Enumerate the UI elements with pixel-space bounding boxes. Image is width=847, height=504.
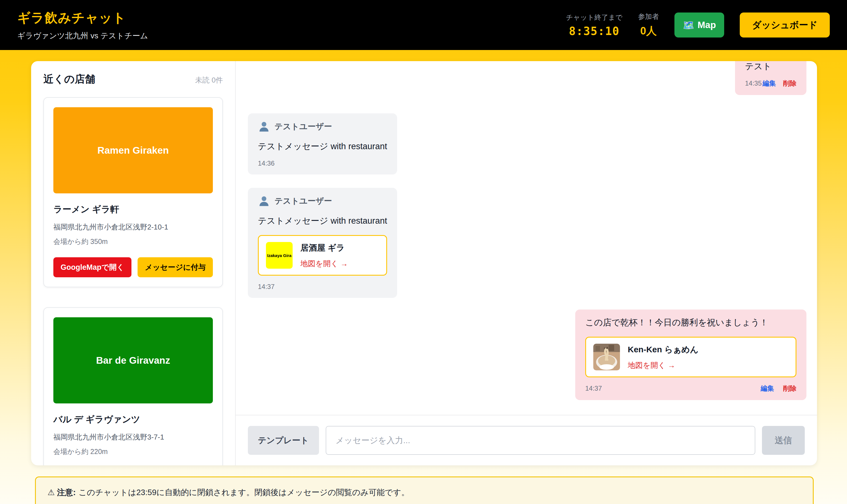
- message-user-row: テストユーザー: [258, 121, 387, 133]
- own-message: この店で乾杯！！今日の勝利を祝いましょう！: [575, 309, 807, 400]
- sidebar-title: 近くの店舗: [43, 72, 95, 86]
- store-card-bar-de-giravanz: Bar de Giravanz バル デ ギラヴァンツ 福岡県北九州市小倉北区浅…: [43, 307, 223, 465]
- header-right: チャット終了まで 8:35:10 参加者 0人 🗺️ Map ダッシュボード: [566, 12, 830, 38]
- store-image: Ramen Giraken: [53, 107, 213, 193]
- message-text: テスト: [745, 61, 796, 72]
- nearby-stores-sidebar: 近くの店舗 未読 0件 Ramen Giraken ラーメン ギラ軒 福岡県北九…: [31, 61, 236, 465]
- message-list[interactable]: テスト 14:35 編集 削除 テストユーザー テストメッセージ with re…: [236, 61, 817, 415]
- attach-to-message-button[interactable]: メッセージに付与: [138, 257, 213, 277]
- closing-notice-banner: ⚠ 注意: このチャットは23:59に自動的に閉鎖されます。閉鎖後はメッセージの…: [35, 476, 814, 504]
- message-time: 14:37: [585, 384, 602, 392]
- match-subtitle: ギラヴァンツ北九州 vs テストチーム: [17, 31, 148, 41]
- message-meta: 14:37 編集 削除: [585, 384, 796, 393]
- message-actions: 編集 削除: [760, 384, 796, 393]
- open-map-link[interactable]: 地図を開く →: [628, 360, 699, 371]
- message-username: テストユーザー: [274, 121, 332, 132]
- app-header: ギラ飲みチャット ギラヴァンツ北九州 vs テストチーム チャット終了まで 8:…: [0, 0, 847, 50]
- chat-timer-value: 8:35:10: [566, 25, 623, 37]
- chat-timer: チャット終了まで 8:35:10: [566, 13, 623, 37]
- app-title: ギラ飲みチャット: [17, 9, 148, 27]
- store-buttons: GoogleMapで開く メッセージに付与: [53, 257, 213, 277]
- map-icon: 🗺️: [683, 20, 694, 31]
- user-message: テストユーザー テストメッセージ with restaurant Izakaya…: [248, 188, 397, 298]
- participants-label: 参加者: [638, 12, 659, 21]
- own-message: テスト 14:35 編集 削除: [735, 61, 807, 95]
- message-time: 14:35: [745, 79, 762, 87]
- message-time: 14:37: [258, 283, 387, 291]
- sidebar-header: 近くの店舗 未読 0件: [43, 72, 223, 86]
- restaurant-card-izakaya-gira[interactable]: Izakaya Gira 居酒屋 ギラ 地図を開く →: [258, 235, 387, 276]
- unread-badge: 未読 0件: [195, 75, 223, 85]
- send-button[interactable]: 送信: [762, 426, 805, 455]
- main-panel: 近くの店舗 未読 0件 Ramen Giraken ラーメン ギラ軒 福岡県北九…: [31, 61, 817, 465]
- store-address: 福岡県北九州市小倉北区浅野2-10-1: [53, 222, 213, 232]
- message-user-row: テストユーザー: [258, 195, 387, 207]
- store-card-ramen-giraken: Ramen Giraken ラーメン ギラ軒 福岡県北九州市小倉北区浅野2-10…: [43, 97, 223, 287]
- message-input[interactable]: [326, 426, 755, 455]
- restaurant-thumbnail-ramen-photo: [593, 344, 620, 371]
- message-text: テストメッセージ with restaurant: [258, 141, 387, 152]
- restaurant-info: 居酒屋 ギラ 地図を開く →: [301, 242, 348, 269]
- warning-icon-and-label: ⚠ 注意:: [48, 487, 76, 498]
- open-googlemap-button[interactable]: GoogleMapで開く: [53, 257, 131, 277]
- edit-link[interactable]: 編集: [761, 384, 774, 392]
- message-text: この店で乾杯！！今日の勝利を祝いましょう！: [585, 317, 796, 328]
- message-username: テストユーザー: [274, 196, 332, 207]
- restaurant-card-kenken-ramen[interactable]: Ken-Ken らぁめん 地図を開く →: [585, 337, 796, 377]
- user-avatar-icon: [258, 195, 270, 207]
- chat-timer-label: チャット終了まで: [566, 13, 623, 22]
- dashboard-button[interactable]: ダッシュボード: [740, 13, 830, 37]
- header-left: ギラ飲みチャット ギラヴァンツ北九州 vs テストチーム: [17, 9, 148, 41]
- participants: 参加者 0人: [638, 12, 659, 38]
- template-button[interactable]: テンプレート: [248, 426, 319, 455]
- restaurant-info: Ken-Ken らぁめん 地図を開く →: [628, 344, 699, 371]
- delete-link[interactable]: 削除: [783, 79, 796, 88]
- store-distance: 会場から約 350m: [53, 237, 213, 246]
- user-message: テストユーザー テストメッセージ with restaurant 14:36: [248, 113, 397, 175]
- message-time: 14:36: [258, 160, 387, 167]
- delete-link[interactable]: 削除: [783, 384, 796, 392]
- map-button-label: Map: [698, 20, 716, 30]
- store-address: 福岡県北九州市小倉北区浅野3-7-1: [53, 432, 213, 442]
- restaurant-thumbnail: Izakaya Gira: [266, 242, 293, 269]
- map-button[interactable]: 🗺️ Map: [674, 13, 724, 37]
- restaurant-name: 居酒屋 ギラ: [301, 242, 348, 254]
- message-input-row: テンプレート 送信: [236, 415, 817, 465]
- message-text: テストメッセージ with restaurant: [258, 215, 387, 227]
- participants-count: 0人: [638, 24, 659, 38]
- notice-text: このチャットは23:59に自動的に閉鎖されます。閉鎖後はメッセージの閲覧のみ可能…: [79, 487, 409, 498]
- user-avatar-icon: [258, 121, 270, 133]
- store-name: バル デ ギラヴァンツ: [53, 413, 213, 426]
- edit-link[interactable]: 編集: [762, 79, 776, 88]
- open-map-link[interactable]: 地図を開く →: [301, 259, 348, 269]
- chat-area: テスト 14:35 編集 削除 テストユーザー テストメッセージ with re…: [236, 61, 817, 465]
- message-meta: 14:35 編集 削除: [745, 79, 796, 88]
- store-name: ラーメン ギラ軒: [53, 203, 213, 216]
- store-distance: 会場から約 220m: [53, 447, 213, 456]
- restaurant-name: Ken-Ken らぁめん: [628, 344, 699, 355]
- store-image: Bar de Giravanz: [53, 317, 213, 403]
